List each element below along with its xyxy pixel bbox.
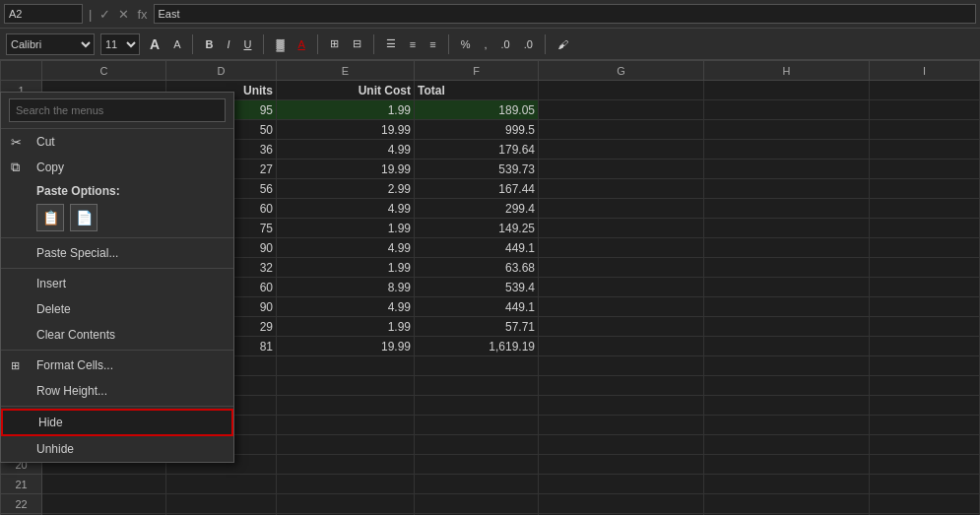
cell-cost-15[interactable] bbox=[277, 356, 415, 376]
align-right-btn[interactable]: ≡ bbox=[425, 36, 439, 52]
cell-cost-21[interactable] bbox=[277, 475, 415, 494]
cell-i-4[interactable] bbox=[870, 140, 980, 160]
cell-item-22[interactable] bbox=[42, 494, 166, 514]
cell-i-5[interactable] bbox=[870, 160, 980, 179]
cell-cost-5[interactable]: 19.99 bbox=[277, 160, 415, 179]
cell-cost-9[interactable]: 4.99 bbox=[277, 238, 415, 258]
cell-g-9[interactable] bbox=[539, 238, 704, 258]
cell-i-21[interactable] bbox=[870, 475, 980, 494]
formula-input[interactable] bbox=[154, 4, 976, 24]
cell-cost-18[interactable] bbox=[277, 416, 415, 435]
menu-item-hide[interactable]: Hide bbox=[1, 409, 233, 436]
header-h[interactable] bbox=[704, 81, 870, 100]
cell-units-22[interactable] bbox=[166, 494, 277, 514]
cell-units-21[interactable] bbox=[166, 475, 277, 494]
cell-i-8[interactable] bbox=[870, 219, 980, 238]
cell-cost-8[interactable]: 1.99 bbox=[277, 219, 415, 238]
cell-h-3[interactable] bbox=[704, 120, 870, 140]
cell-i-6[interactable] bbox=[870, 179, 980, 199]
cell-h-20[interactable] bbox=[704, 455, 870, 475]
cell-total-21[interactable] bbox=[415, 475, 539, 494]
menu-item-format-cells[interactable]: ⊞ Format Cells... bbox=[1, 353, 233, 378]
menu-item-delete[interactable]: Delete bbox=[1, 296, 233, 322]
cell-cost-4[interactable]: 4.99 bbox=[277, 140, 415, 160]
cell-total-9[interactable]: 449.1 bbox=[415, 238, 539, 258]
cell-g-3[interactable] bbox=[539, 120, 704, 140]
cell-cost-17[interactable] bbox=[277, 396, 415, 416]
comma-btn[interactable]: , bbox=[480, 36, 490, 52]
format-painter-btn[interactable]: 🖌 bbox=[554, 36, 572, 52]
cell-h-5[interactable] bbox=[704, 160, 870, 179]
font-size-select[interactable]: 11 bbox=[100, 33, 140, 55]
cell-h-21[interactable] bbox=[704, 475, 870, 494]
cell-h-17[interactable] bbox=[704, 396, 870, 416]
bold-btn[interactable]: B bbox=[201, 36, 217, 52]
menu-item-insert[interactable]: Insert bbox=[1, 271, 233, 296]
cell-i-14[interactable] bbox=[870, 337, 980, 356]
merge-btn[interactable]: ⊟ bbox=[349, 35, 365, 52]
cell-cost-16[interactable] bbox=[277, 376, 415, 396]
cell-total-13[interactable]: 57.71 bbox=[415, 317, 539, 337]
increase-font-btn[interactable]: A bbox=[146, 34, 163, 54]
cell-h-22[interactable] bbox=[704, 494, 870, 514]
cell-total-14[interactable]: 1,619.19 bbox=[415, 337, 539, 356]
align-left-btn[interactable]: ☰ bbox=[382, 35, 400, 52]
cell-g-7[interactable] bbox=[539, 199, 704, 219]
cell-i-17[interactable] bbox=[870, 396, 980, 416]
font-color-btn[interactable]: A bbox=[294, 36, 308, 52]
header-total[interactable]: Total bbox=[415, 81, 539, 100]
cell-total-6[interactable]: 167.44 bbox=[415, 179, 539, 199]
cell-g-14[interactable] bbox=[539, 337, 704, 356]
header-i[interactable] bbox=[870, 81, 980, 100]
col-header-h[interactable]: H bbox=[704, 61, 870, 81]
cell-i-16[interactable] bbox=[870, 376, 980, 396]
cell-cost-10[interactable]: 1.99 bbox=[277, 258, 415, 278]
col-header-e[interactable]: E bbox=[277, 61, 415, 81]
cell-cost-2[interactable]: 1.99 bbox=[277, 100, 415, 120]
font-name-select[interactable]: Calibri bbox=[6, 33, 95, 55]
cell-total-15[interactable] bbox=[415, 356, 539, 376]
underline-btn[interactable]: U bbox=[239, 36, 255, 52]
align-center-btn[interactable]: ≡ bbox=[406, 36, 420, 52]
cell-g-4[interactable] bbox=[539, 140, 704, 160]
borders-btn[interactable]: ⊞ bbox=[326, 35, 343, 52]
cell-total-19[interactable] bbox=[415, 435, 539, 455]
cell-g-21[interactable] bbox=[539, 475, 704, 494]
cell-total-18[interactable] bbox=[415, 416, 539, 435]
cell-g-11[interactable] bbox=[539, 278, 704, 297]
col-header-i[interactable]: I bbox=[870, 61, 980, 81]
menu-item-unhide[interactable]: Unhide bbox=[1, 436, 233, 462]
cell-cost-19[interactable] bbox=[277, 435, 415, 455]
cell-h-7[interactable] bbox=[704, 199, 870, 219]
percent-btn[interactable]: % bbox=[457, 36, 475, 52]
cell-total-8[interactable]: 149.25 bbox=[415, 219, 539, 238]
cell-g-2[interactable] bbox=[539, 100, 704, 120]
cell-h-16[interactable] bbox=[704, 376, 870, 396]
decrease-font-btn[interactable]: A bbox=[169, 36, 184, 52]
menu-item-paste-special[interactable]: Paste Special... bbox=[1, 240, 233, 266]
cell-total-3[interactable]: 999.5 bbox=[415, 120, 539, 140]
cell-g-8[interactable] bbox=[539, 219, 704, 238]
cell-g-17[interactable] bbox=[539, 396, 704, 416]
paste-btn-2[interactable]: 📄 bbox=[70, 204, 98, 231]
cell-h-18[interactable] bbox=[704, 416, 870, 435]
col-header-g[interactable]: G bbox=[539, 61, 704, 81]
increase-decimal-btn[interactable]: .0 bbox=[497, 36, 514, 52]
cell-g-19[interactable] bbox=[539, 435, 704, 455]
cell-total-17[interactable] bbox=[415, 396, 539, 416]
cell-i-13[interactable] bbox=[870, 317, 980, 337]
cell-total-5[interactable]: 539.73 bbox=[415, 160, 539, 179]
cell-cost-13[interactable]: 1.99 bbox=[277, 317, 415, 337]
cell-item-21[interactable] bbox=[42, 475, 166, 494]
cell-cost-22[interactable] bbox=[277, 494, 415, 514]
cell-i-9[interactable] bbox=[870, 238, 980, 258]
cell-h-8[interactable] bbox=[704, 219, 870, 238]
cell-cost-11[interactable]: 8.99 bbox=[277, 278, 415, 297]
cell-g-12[interactable] bbox=[539, 297, 704, 317]
cell-i-20[interactable] bbox=[870, 455, 980, 475]
row-header-22[interactable]: 22 bbox=[1, 494, 42, 514]
cell-h-11[interactable] bbox=[704, 278, 870, 297]
cell-g-15[interactable] bbox=[539, 356, 704, 376]
cell-g-18[interactable] bbox=[539, 416, 704, 435]
menu-search-input[interactable] bbox=[9, 98, 226, 122]
